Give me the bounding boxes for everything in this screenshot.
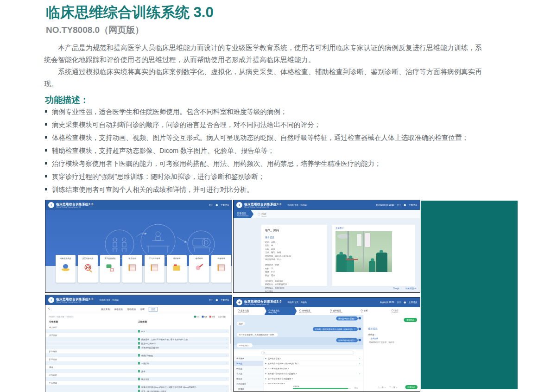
nav-about[interactable]: 关于 — [209, 298, 213, 302]
end-training-button[interactable]: 结束训练 ⏎ — [405, 287, 416, 291]
module-card[interactable]: 考试管理 — [189, 255, 209, 283]
wizard-steps: 患者信息Patient Information病史采集History Takin… — [234, 307, 420, 316]
correct-marker-icon — [138, 330, 139, 333]
back-button[interactable]: ‹ — [48, 306, 50, 311]
question-option[interactable]: 发病后有没有治疗？ — [263, 381, 363, 384]
step-icon — [299, 310, 301, 311]
chat-bubble: 这个不太清楚哦，大夫您再问具体一些吧。 — [237, 333, 278, 337]
nav-about[interactable]: 关于 — [397, 203, 401, 207]
wizard-step-辅助检查[interactable]: 辅助检查Auxiliary Examination — [326, 307, 358, 315]
answer-section-label: 中药医嘱 — [45, 381, 229, 385]
tab-辅助检查[interactable]: 辅助检查 — [127, 308, 136, 311]
answer-row[interactable]: 雾化：吸入布地奈德一日两次。› — [45, 389, 229, 392]
module-card[interactable]: 临床思维训练 — [56, 255, 76, 283]
intro-paragraph: 本产品是为规范和提高医学人员临床思维能力而设计的专业级医学教育系统，使用者可利用… — [44, 42, 483, 66]
book-icon — [151, 264, 159, 272]
answer-section-label: 治疗医嘱 — [45, 334, 229, 337]
legend-color — [209, 316, 211, 317]
correct-marker-icon — [138, 346, 139, 349]
legend-color — [194, 316, 196, 317]
legend-color — [202, 316, 204, 317]
legend-text: （共10条） — [217, 316, 227, 318]
patient-photo[interactable] — [335, 231, 392, 272]
tab-诊断[interactable]: 诊断 — [140, 308, 145, 311]
progress-label: 问诊进度 — [293, 386, 351, 388]
wizard-step-体格检查[interactable]: 体格检查Physical Examination — [295, 307, 328, 315]
tab-病史采集[interactable]: 病史采集 — [101, 308, 110, 311]
answer-row[interactable]: 静脉输液，三腔管引流吸氧监测，留置导尿记录出入量› — [45, 337, 229, 341]
category-item[interactable]: 既往史 — [234, 366, 263, 371]
answer-section-label: 任务内容 — [45, 373, 229, 377]
timer: 剩余时间 29:59 — [380, 301, 394, 304]
wizard-step-诊断[interactable]: 诊断DX — [357, 307, 389, 315]
add-diagnosis-button[interactable]: 添加拟诊 — [404, 318, 417, 322]
answer-row[interactable]: 呋塞米注射液 20mg 静脉推注，硝酸甘油注射液 10mg 静脉滴注。› — [45, 385, 229, 389]
tab-治疗[interactable]: 治疗 — [149, 307, 158, 312]
next-step-button[interactable]: 下一步 → — [389, 386, 398, 389]
question-option[interactable]: 发病那一段时间有什么不舒服吗？✓ — [263, 371, 363, 376]
scrollbar[interactable] — [230, 325, 231, 391]
scrollbar-thumb[interactable] — [230, 325, 231, 344]
chat-bubble: 没什么治疗。 — [237, 343, 253, 348]
finish-inquiry-button[interactable]: 结束问诊 — [405, 385, 418, 389]
answer-row[interactable]: 特级护理医嘱› — [45, 354, 229, 358]
module-card[interactable]: 学习过程管理 — [145, 255, 165, 283]
bullet-icon — [45, 149, 47, 152]
wizard-step-治疗[interactable]: 治疗Treatment — [387, 307, 420, 315]
wizard-step-患者信息[interactable]: 患者信息Patient Information — [234, 307, 266, 315]
nav-user[interactable]: 主管理员 — [409, 301, 417, 304]
answer-row[interactable]: 处置› — [45, 329, 229, 334]
nav-user[interactable]: 主管理员 — [221, 298, 229, 302]
feature-item: 贯穿诊疗过程的“强制”思维训练：随时添加拟诊，进行诊断和鉴别诊断； — [45, 173, 485, 180]
step-general[interactable]: 问诊 General — [258, 211, 266, 217]
photo-label[interactable]: 患者图片 — [335, 227, 344, 230]
prev-step-button[interactable]: 上一步 ← — [378, 386, 386, 389]
app-header: + 临床思维综合训练系统3.0 Clinical Thinking Traini… — [45, 295, 232, 305]
step-label-en: Physical Examination — [299, 312, 328, 313]
question-search-input[interactable] — [261, 351, 354, 354]
answer-row[interactable]: 禁食› — [45, 369, 229, 373]
answer-row[interactable]: 联合治疗› — [45, 377, 229, 381]
answer-row[interactable]: 输注5%大糖液体› — [45, 341, 229, 346]
info-line: 主诉：喘气、胸闷 — [265, 251, 323, 254]
module-card[interactable]: 实境仿真训练 — [100, 255, 120, 283]
question-option[interactable]: 这一般持续多长时间呢？ — [263, 366, 363, 371]
feature-text: 训练结束使用者可查阅个人相关的成绩和详情，并可进行对比分析。 — [52, 186, 253, 193]
category-item[interactable]: 基本情况 — [234, 356, 263, 361]
nav-about[interactable]: 关于 — [397, 301, 401, 304]
page-title: 临床思维综合训练系统 3.0 — [46, 3, 214, 22]
chevron-right-icon: › — [227, 346, 228, 348]
tab-体格检查[interactable]: 体格检查 — [114, 308, 123, 311]
answer-row[interactable]: 头孢类抗菌药物治疗› — [45, 346, 229, 350]
step-patient-info[interactable]: 患者信息 Patient Information — [234, 210, 253, 218]
category-item[interactable]: 月经婚育史 — [234, 381, 263, 386]
progress-bar — [293, 388, 351, 390]
module-card[interactable]: 病例管理 — [211, 255, 231, 283]
legend-item: 6分 — [194, 316, 200, 318]
intro-paragraph: 系统通过模拟临床实境将真实的临床案例数字化、虚拟化，从病史采集、体格检查、辅助检… — [44, 66, 483, 90]
nav-user[interactable]: 主管理员 — [409, 203, 417, 207]
question-option[interactable]: 发病前有什么诱因（比如受凉）吗？✓ — [263, 361, 363, 366]
nav-about[interactable]: 关于 — [209, 203, 213, 207]
nav-user[interactable]: 主管理员 — [221, 203, 229, 207]
category-item[interactable]: 家族史 — [234, 376, 263, 381]
answer-section-label: 膳食 — [45, 366, 229, 369]
screenshot-dashboard: + 临床思维综合训练系统3.0 Clinical Thinking Traini… — [45, 200, 232, 293]
module-card[interactable]: 交互问诊训练 — [78, 255, 98, 283]
category-item[interactable]: 个人史 — [234, 371, 263, 376]
question-option[interactable]: 除了这些还有什么不舒服吗？ — [263, 376, 363, 381]
answer-row[interactable]: 一级护理› — [45, 361, 229, 366]
module-card[interactable]: 成绩管理 — [167, 255, 187, 283]
answer-text: 雾化：吸入布地奈德一日两次。 — [141, 390, 169, 392]
brain-icon — [62, 264, 70, 272]
module-card[interactable]: 教学设计 — [122, 255, 142, 283]
search-row — [234, 349, 363, 356]
app-header: + 临床思维综合训练系统3.0 Clinical Thinking Traini… — [234, 200, 420, 210]
category-item[interactable]: 一般情况 — [234, 386, 263, 392]
category-item[interactable]: 现病史 — [234, 361, 263, 366]
next-step-button[interactable]: 下一步 → — [393, 287, 402, 291]
step-icon — [238, 310, 240, 311]
hint-item: · 主诉症状 — [369, 337, 378, 340]
question-option[interactable]: 您哪里不舒服？✓ — [263, 356, 363, 361]
wizard-step-病史采集[interactable]: 病史采集History Taking — [264, 307, 297, 315]
